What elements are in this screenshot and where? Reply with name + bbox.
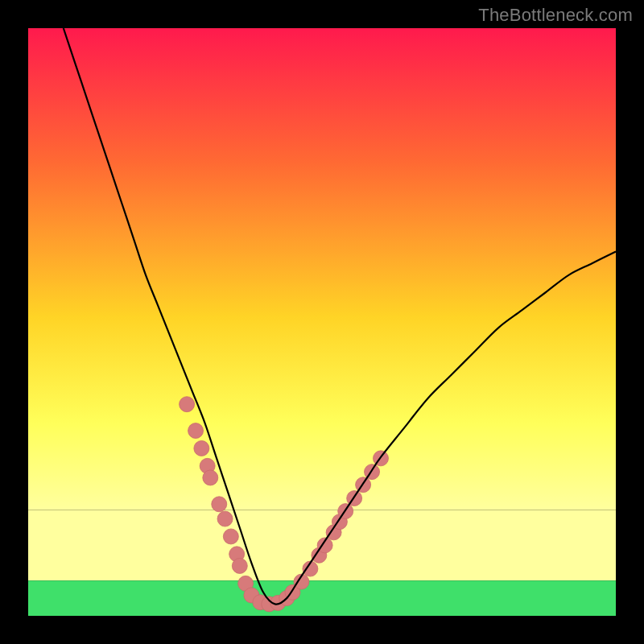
chart-container: [28, 28, 616, 616]
data-marker: [223, 529, 238, 544]
data-marker: [203, 470, 218, 485]
green-band: [28, 580, 616, 616]
gradient-background: [28, 28, 616, 510]
bottleneck-chart: [28, 28, 616, 616]
watermark-text: TheBottleneck.com: [478, 5, 633, 26]
data-marker: [180, 397, 195, 412]
data-marker: [217, 511, 233, 526]
data-marker: [212, 497, 227, 512]
data-marker: [188, 423, 204, 439]
data-marker: [232, 558, 247, 573]
data-marker: [194, 440, 209, 456]
